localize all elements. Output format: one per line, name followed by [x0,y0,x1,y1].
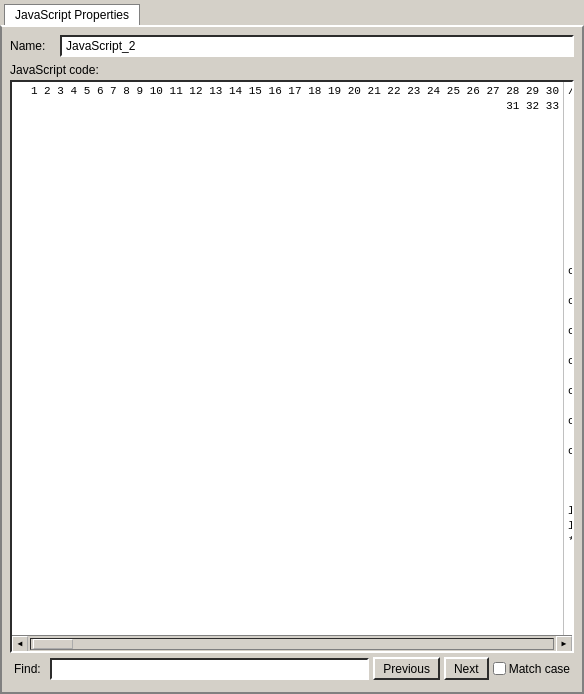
find-bar: Find: Previous Next Match case [10,653,574,684]
match-case-label[interactable]: Match case [509,662,570,676]
scroll-right-btn[interactable]: ▶ [556,636,572,652]
code-editor-scroll[interactable]: 1 2 3 4 5 6 7 8 9 10 11 12 13 14 15 16 1… [12,82,572,635]
next-button[interactable]: Next [444,657,489,680]
match-case-container: Match case [493,662,570,676]
name-label: Name: [10,39,60,53]
scroll-left-btn[interactable]: ◀ [12,636,28,652]
name-row: Name: [10,35,574,57]
find-label: Find: [14,662,46,676]
horizontal-scrollbar[interactable]: ◀ ▶ [12,635,572,651]
scroll-thumb[interactable] [33,639,73,649]
find-input[interactable] [50,658,369,680]
previous-button[interactable]: Previous [373,657,440,680]
code-content[interactable]: /* Here you can write a JavaScript code … [564,82,572,635]
match-case-checkbox[interactable] [493,662,506,675]
code-label: JavaScript code: [10,63,574,77]
code-editor-wrapper: 1 2 3 4 5 6 7 8 9 10 11 12 13 14 15 16 1… [10,80,574,653]
line-numbers: 1 2 3 4 5 6 7 8 9 10 11 12 13 14 15 16 1… [12,82,564,635]
scroll-track[interactable] [30,638,554,650]
name-input[interactable] [60,35,574,57]
javascript-properties-tab[interactable]: JavaScript Properties [4,4,140,25]
dialog-body: Name: JavaScript code: 1 2 3 4 5 6 7 8 9… [0,25,584,694]
